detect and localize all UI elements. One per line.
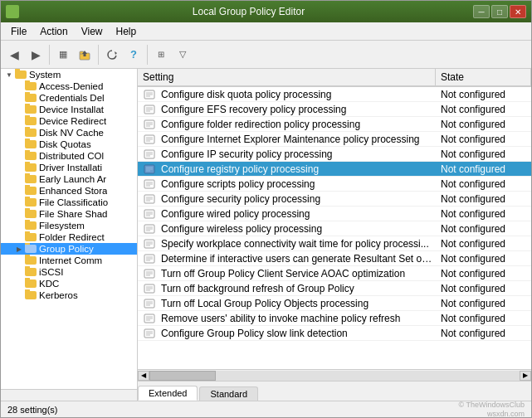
expand-arrow[interactable]: ▶ <box>14 186 24 196</box>
table-row-selected[interactable]: Configure registry policy processing Not… <box>138 162 531 177</box>
tree-item-driver[interactable]: ▶ Driver Installati <box>1 162 137 173</box>
sidebar-horizontal-scrollbar[interactable] <box>1 389 137 401</box>
row-state-text: Not configured <box>436 297 531 310</box>
th-state[interactable]: State <box>436 69 531 85</box>
tree-item-credentials[interactable]: ▶ Credentials Del <box>1 92 137 104</box>
tab-extended[interactable]: Extended <box>138 386 198 401</box>
scroll-thumb[interactable] <box>149 371 216 381</box>
expand-arrow[interactable]: ▶ <box>14 197 24 207</box>
scroll-left-button[interactable]: ◀ <box>138 371 149 381</box>
view-button[interactable]: ⊞ <box>151 45 171 65</box>
menu-view[interactable]: View <box>75 24 110 39</box>
table-row[interactable]: Configure security policy processing Not… <box>138 192 531 207</box>
expand-arrow[interactable]: ▶ <box>14 163 24 173</box>
menu-action[interactable]: Action <box>33 24 74 39</box>
table-row[interactable]: Configure scripts policy processing Not … <box>138 177 531 192</box>
table-row[interactable]: Configure disk quota policy processing N… <box>138 87 531 102</box>
horizontal-scrollbar[interactable]: ◀ ▶ <box>138 369 531 381</box>
policy-icon <box>141 88 158 101</box>
tree-item-system[interactable]: ▼ System <box>1 69 137 80</box>
expand-arrow[interactable]: ▶ <box>14 267 24 277</box>
table-row[interactable]: Configure folder redirection policy proc… <box>138 117 531 132</box>
refresh-button[interactable] <box>102 45 122 65</box>
close-button[interactable]: ✕ <box>510 5 526 18</box>
tree-item-group-policy[interactable]: ▶ Group Policy <box>1 243 137 255</box>
tree-item-access-denied[interactable]: ▶ Access-Denied <box>1 80 137 92</box>
table-row[interactable]: Configure Group Policy slow link detecti… <box>138 326 531 341</box>
table-row[interactable]: Remove users' ability to invoke machine … <box>138 311 531 326</box>
show-hide-tree-button[interactable]: ▦ <box>53 45 73 65</box>
tree-item-iscsi[interactable]: ▶ iSCSI <box>1 266 137 278</box>
policy-icon <box>141 133 158 146</box>
table-header: Setting State <box>138 69 531 87</box>
table-body[interactable]: Configure disk quota policy processing N… <box>138 87 531 369</box>
row-state-text: Not configured <box>436 207 531 221</box>
forward-button[interactable]: ▶ <box>26 45 46 65</box>
tree-item-distributed[interactable]: ▶ Distributed COl <box>1 150 137 162</box>
expand-arrow[interactable]: ▶ <box>14 116 24 126</box>
expand-arrow[interactable]: ▶ <box>14 128 24 138</box>
tree-view[interactable]: ▼ System ▶ Access-Denied ▶ <box>1 69 137 389</box>
back-button[interactable]: ◀ <box>4 45 24 65</box>
scroll-right-button[interactable]: ▶ <box>520 371 531 381</box>
tree-item-disk-quotas[interactable]: ▶ Disk Quotas <box>1 139 137 150</box>
maximize-button[interactable]: □ <box>491 5 508 18</box>
expand-arrow[interactable]: ▶ <box>14 232 24 242</box>
tree-item-file-share[interactable]: ▶ File Share Shad <box>1 208 137 220</box>
expand-arrow[interactable]: ▶ <box>14 81 24 91</box>
table-row[interactable]: Configure wired policy processing Not co… <box>138 207 531 221</box>
tree-label: Internet Comm <box>39 255 102 265</box>
expand-arrow[interactable]: ▶ <box>14 290 24 300</box>
tree-item-disk-nv[interactable]: ▶ Disk NV Cache <box>1 127 137 139</box>
expand-arrow[interactable]: ▶ <box>14 104 24 114</box>
table-row[interactable]: Configure IP security policy processing … <box>138 147 531 162</box>
table-row[interactable]: Configure EFS recovery policy processing… <box>138 102 531 117</box>
table-row[interactable]: Turn off Local Group Policy Objects proc… <box>138 296 531 311</box>
tree-item-device-install[interactable]: ▶ Device Installat <box>1 104 137 115</box>
tree-item-early-launch[interactable]: ▶ Early Launch Ar <box>1 173 137 185</box>
tree-item-internet[interactable]: ▶ Internet Comm <box>1 255 137 266</box>
tree-item-kdc[interactable]: ▶ KDC <box>1 278 137 289</box>
expand-arrow[interactable]: ▶ <box>14 174 24 184</box>
expand-arrow[interactable]: ▶ <box>14 244 24 254</box>
tree-label: Device Redirect <box>39 116 106 126</box>
tree-item-file-class[interactable]: ▶ File Classificatio <box>1 197 137 208</box>
folder-icon <box>24 139 37 149</box>
expand-arrow[interactable]: ▶ <box>14 93 24 103</box>
expand-arrow[interactable]: ▶ <box>14 209 24 219</box>
expand-arrow[interactable]: ▶ <box>14 151 24 161</box>
table-row[interactable]: Specify workplace connectivity wait time… <box>138 236 531 251</box>
tab-standard[interactable]: Standard <box>199 386 258 401</box>
policy-icon <box>141 282 158 295</box>
menu-file[interactable]: File <box>4 24 33 39</box>
folder-icon <box>24 255 37 265</box>
table-row[interactable]: Turn off background refresh of Group Pol… <box>138 281 531 296</box>
up-button[interactable] <box>75 45 95 65</box>
expand-arrow[interactable]: ▶ <box>14 279 24 289</box>
tree-label: Driver Installati <box>39 163 102 173</box>
collapse-arrow[interactable]: ▼ <box>4 70 14 80</box>
row-setting-text: Configure disk quota policy processing <box>158 88 436 101</box>
tree-item-kerberos[interactable]: ▶ Kerberos <box>1 289 137 301</box>
expand-arrow[interactable]: ▶ <box>14 139 24 149</box>
tree-item-folder-redirect[interactable]: ▶ Folder Redirect <box>1 231 137 243</box>
help-button[interactable]: ? <box>124 45 144 65</box>
row-state-text: Not configured <box>436 327 531 340</box>
tree-item-device-redirect[interactable]: ▶ Device Redirect <box>1 115 137 127</box>
menu-help[interactable]: Help <box>110 24 144 39</box>
policy-icon <box>141 312 158 325</box>
table-row[interactable]: Configure Internet Explorer Maintenance … <box>138 132 531 147</box>
filter-button[interactable]: ▽ <box>173 45 193 65</box>
row-setting-text: Configure EFS recovery policy processing <box>158 103 436 116</box>
row-setting-text: Configure scripts policy processing <box>158 177 436 191</box>
minimize-button[interactable]: ─ <box>473 5 490 18</box>
tree-item-filesystem[interactable]: ▶ Filesystem <box>1 220 137 231</box>
table-row[interactable]: Configure wireless policy processing Not… <box>138 221 531 236</box>
table-row[interactable]: Determine if interactive users can gener… <box>138 251 531 266</box>
tree-item-enhanced[interactable]: ▶ Enhanced Stora <box>1 185 137 197</box>
expand-arrow[interactable]: ▶ <box>14 221 24 231</box>
th-setting[interactable]: Setting <box>138 69 436 85</box>
tree-label-system: System <box>29 70 61 80</box>
expand-arrow[interactable]: ▶ <box>14 255 24 265</box>
table-row[interactable]: Turn off Group Policy Client Service AOA… <box>138 266 531 281</box>
